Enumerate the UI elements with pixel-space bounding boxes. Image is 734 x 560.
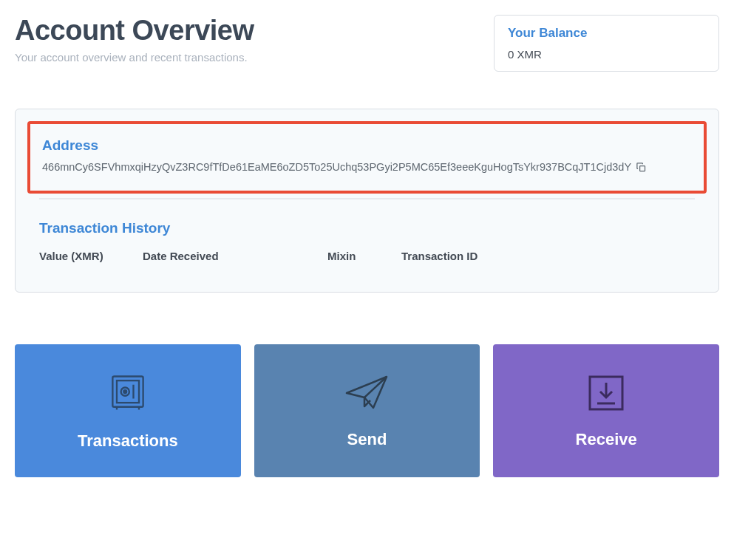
balance-label: Your Balance — [508, 26, 705, 41]
divider — [39, 198, 695, 199]
svg-rect-0 — [640, 165, 645, 171]
transactions-button[interactable]: Transactions — [15, 344, 241, 477]
copy-icon[interactable] — [636, 162, 647, 173]
send-label: Send — [347, 430, 387, 449]
receive-label: Receive — [576, 430, 637, 449]
transaction-history-label: Transaction History — [39, 220, 695, 236]
transaction-history-section: Transaction History Value (XMR) Date Rec… — [27, 220, 707, 280]
column-header-txid: Transaction ID — [401, 250, 695, 262]
address-value: 466mnCy6SFVhmxqiHzyQvZ3RC9fTfDe61EaME6oZ… — [42, 161, 631, 173]
address-section: Address 466mnCy6SFVhmxqiHzyQvZ3RC9fTfDe6… — [27, 121, 707, 194]
safe-icon — [106, 371, 150, 431]
balance-card: Your Balance 0 XMR — [494, 15, 719, 72]
send-button[interactable]: Send — [254, 344, 480, 477]
balance-value: 0 XMR — [508, 48, 705, 61]
column-header-mixin: Mixin — [327, 250, 401, 262]
transaction-table-header: Value (XMR) Date Received Mixin Transact… — [39, 250, 695, 262]
transactions-label: Transactions — [78, 431, 178, 451]
download-icon — [585, 372, 627, 430]
account-details-card: Address 466mnCy6SFVhmxqiHzyQvZ3RC9fTfDe6… — [15, 109, 719, 293]
address-row: 466mnCy6SFVhmxqiHzyQvZ3RC9fTfDe61EaME6oZ… — [42, 161, 692, 173]
column-header-date: Date Received — [143, 250, 327, 262]
header-text-block: Account Overview Your account overview a… — [15, 15, 494, 64]
column-header-value: Value (XMR) — [39, 250, 143, 262]
receive-button[interactable]: Receive — [493, 344, 719, 477]
paper-plane-icon — [344, 372, 391, 430]
page-header: Account Overview Your account overview a… — [15, 15, 719, 72]
page-title: Account Overview — [15, 15, 494, 47]
page-subtitle: Your account overview and recent transac… — [15, 51, 494, 64]
action-buttons-row: Transactions Send Receive — [15, 344, 719, 477]
svg-point-4 — [123, 390, 126, 393]
address-label: Address — [42, 137, 692, 154]
